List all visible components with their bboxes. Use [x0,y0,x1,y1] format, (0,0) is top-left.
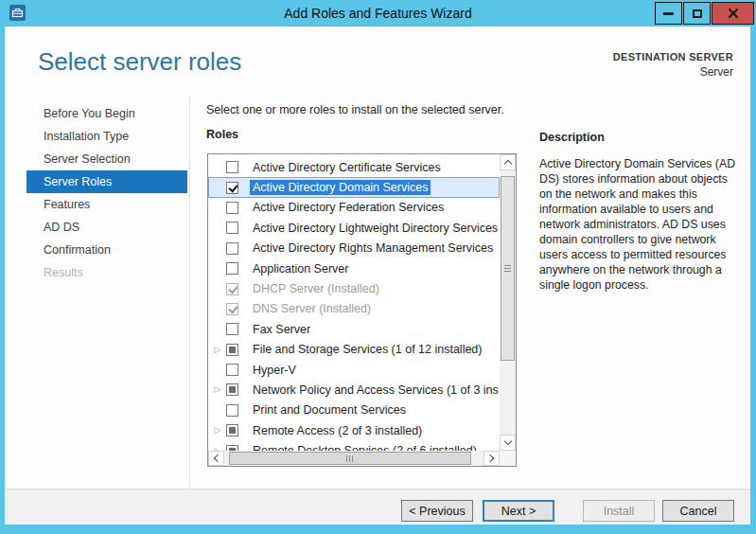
roles-rows: Active Directory Certificate Services Ac… [208,154,500,451]
dialog-body: Select server roles DESTINATION SERVER S… [5,27,750,525]
expand-icon[interactable]: ▷ [215,385,221,394]
scrollbar-grip-icon [346,455,354,462]
checkbox[interactable] [226,262,238,275]
minimize-button[interactable] [655,2,682,25]
wizard-steps-sidebar: Before You Begin Installation Type Serve… [26,102,187,284]
titlebar[interactable]: Add Roles and Features Wizard [0,0,756,27]
destination-server: DESTINATION SERVER Server [613,51,733,79]
chevron-down-icon [503,437,511,445]
role-row[interactable]: Hyper-V [208,360,500,380]
sidebar-item-server-selection[interactable]: Server Selection [26,148,187,170]
expand-icon[interactable]: ▷ [215,346,221,354]
checkbox[interactable] [226,161,238,173]
scroll-left-button[interactable] [208,451,224,466]
window-title: Add Roles and Features Wizard [0,0,756,27]
checkbox [226,283,238,295]
maximize-icon [693,9,702,18]
checkbox[interactable] [226,383,238,396]
sidebar-item-features[interactable]: Features [26,193,187,216]
page-title: Select server roles [38,47,241,77]
role-row[interactable]: Print and Document Services [208,400,500,420]
expand-icon[interactable]: ▷ [215,426,221,435]
role-row[interactable]: Active Directory Rights Management Servi… [208,239,500,258]
next-button[interactable]: Next > [483,500,554,522]
checkbox[interactable] [226,323,238,335]
horizontal-scrollbar-thumb[interactable] [229,452,471,465]
sidebar-item-confirmation[interactable]: Confirmation [26,239,187,261]
sidebar-item-results: Results [26,261,187,284]
previous-button[interactable]: < Previous [401,500,473,522]
sidebar-item-installation-type[interactable]: Installation Type [26,125,187,148]
description-title: Description [539,131,741,144]
roles-list-label: Roles [206,128,238,141]
checkbox[interactable] [226,364,238,376]
close-icon [728,8,739,19]
maximize-button[interactable] [683,2,711,25]
scroll-up-button[interactable] [500,154,516,170]
role-row[interactable]: ▷ Remote Desktop Services (2 of 6 instal… [208,440,500,451]
destination-server-value: Server [613,65,733,79]
role-row-selected[interactable]: Active Directory Domain Services [208,177,500,197]
checkbox[interactable] [226,202,238,214]
sidebar-divider [189,97,190,488]
role-row[interactable]: DHCP Server (Installed) [208,278,500,298]
checkbox[interactable] [226,404,238,417]
chevron-left-icon [214,454,221,462]
checkbox[interactable] [226,222,238,234]
role-row[interactable]: Application Server [208,258,500,278]
minimize-icon [663,12,674,15]
description-body: Active Directory Domain Services (AD DS)… [539,156,741,293]
checkbox[interactable] [226,182,238,194]
role-row[interactable]: ▷ File and Storage Services (1 of 12 ins… [208,340,500,360]
role-row[interactable]: Fax Server [208,319,500,339]
sidebar-item-server-roles[interactable]: Server Roles [26,170,187,193]
role-row[interactable]: DNS Server (Installed) [208,299,500,319]
sidebar-item-ad-ds[interactable]: AD DS [26,216,187,239]
role-row[interactable]: ▷ Remote Access (2 of 3 installed) [208,420,500,440]
scroll-right-button[interactable] [483,451,500,466]
cancel-button[interactable]: Cancel [662,500,734,522]
instruction-text: Select one or more roles to install on t… [206,103,504,116]
destination-server-label: DESTINATION SERVER [613,51,733,62]
vertical-scrollbar-thumb[interactable] [501,176,515,361]
horizontal-scrollbar[interactable] [208,451,500,466]
roles-list: Active Directory Certificate Services Ac… [207,153,517,467]
wizard-window: Add Roles and Features Wizard Select ser… [0,0,756,534]
checkbox[interactable] [226,424,238,436]
chevron-right-icon [486,454,494,462]
chevron-up-icon [503,160,511,168]
close-button[interactable] [712,2,754,25]
checkbox[interactable] [226,242,238,255]
vertical-scrollbar[interactable] [500,154,516,451]
scrollbar-corner [500,451,516,466]
description-panel: Description Active Directory Domain Serv… [539,131,741,293]
role-row[interactable]: Active Directory Federation Services [208,198,500,218]
role-row[interactable]: Active Directory Lightweight Directory S… [208,218,500,238]
checkbox[interactable] [226,344,238,356]
checkbox [226,303,238,315]
scrollbar-grip-icon [504,265,511,273]
role-row[interactable]: ▷ Network Policy and Access Services (1 … [208,380,500,400]
sidebar-item-before-you-begin[interactable]: Before You Begin [26,102,187,125]
install-button: Install [583,500,655,522]
footer-bar: < Previous Next > Install Cancel [5,489,750,525]
scroll-down-button[interactable] [500,435,516,451]
role-row[interactable]: Active Directory Certificate Services [208,157,500,177]
